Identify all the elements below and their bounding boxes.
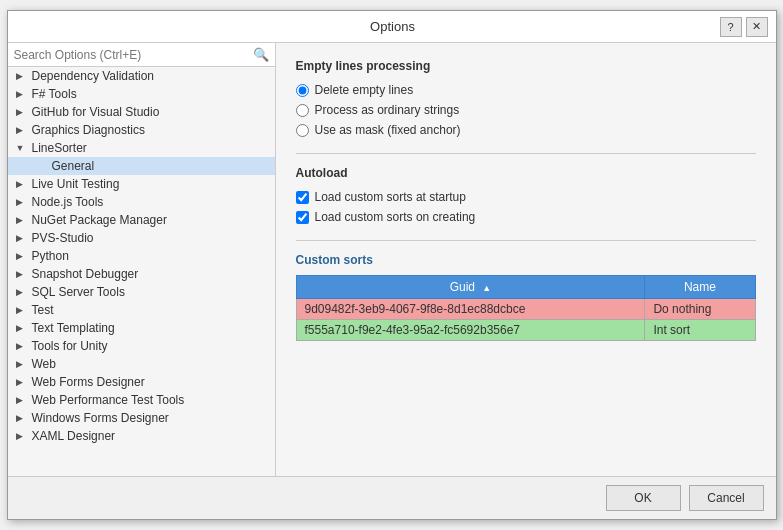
dialog-content: 🔍 ▶Dependency Validation▶F# Tools▶GitHub…: [8, 43, 776, 476]
tree-item-label: NuGet Package Manager: [32, 213, 167, 227]
checkbox-input-0[interactable]: [296, 191, 309, 204]
radio-label-0: Delete empty lines: [315, 83, 414, 97]
options-dialog: Options ? ✕ 🔍 ▶Dependency Validation▶F# …: [7, 10, 777, 520]
tree-item-label: Windows Forms Designer: [32, 411, 169, 425]
checkbox-label-1: Load custom sorts on creating: [315, 210, 476, 224]
col-guid[interactable]: Guid ▲: [296, 276, 645, 299]
tree-item-label: XAML Designer: [32, 429, 116, 443]
tree-item[interactable]: ▶Dependency Validation: [8, 67, 275, 85]
dialog-footer: OK Cancel: [8, 476, 776, 519]
tree-arrow: ▶: [16, 395, 30, 405]
tree-arrow: ▶: [16, 233, 30, 243]
tree-item[interactable]: ▶Graphics Diagnostics: [8, 121, 275, 139]
custom-sorts-section: Custom sorts Guid ▲ Name: [296, 253, 756, 341]
tree-arrow: ▼: [16, 143, 30, 153]
tree-arrow: ▶: [16, 323, 30, 333]
tree-item-label: Dependency Validation: [32, 69, 155, 83]
search-input[interactable]: [14, 48, 249, 62]
ok-button[interactable]: OK: [606, 485, 681, 511]
tree-item[interactable]: ▶Live Unit Testing: [8, 175, 275, 193]
tree-arrow: ▶: [16, 215, 30, 225]
tree-item[interactable]: ▶F# Tools: [8, 85, 275, 103]
radio-label-2: Use as mask (fixed anchor): [315, 123, 461, 137]
tree-arrow: ▶: [16, 377, 30, 387]
tree-item[interactable]: ▼LineSorter: [8, 139, 275, 157]
table-row[interactable]: f555a710-f9e2-4fe3-95a2-fc5692b356e7Int …: [296, 320, 755, 341]
tree-item-label: Web Performance Test Tools: [32, 393, 185, 407]
help-button[interactable]: ?: [720, 17, 742, 37]
tree-arrow: ▶: [16, 197, 30, 207]
title-controls: ? ✕: [720, 17, 768, 37]
col-name[interactable]: Name: [645, 276, 755, 299]
tree-arrow: ▶: [16, 71, 30, 81]
tree-item[interactable]: ▶Snapshot Debugger: [8, 265, 275, 283]
empty-lines-title: Empty lines processing: [296, 59, 756, 73]
tree-item-label: Live Unit Testing: [32, 177, 120, 191]
col-name-label: Name: [684, 280, 716, 294]
tree-item-label: SQL Server Tools: [32, 285, 125, 299]
tree-item-label: Web: [32, 357, 56, 371]
section-divider-1: [296, 153, 756, 154]
tree-item[interactable]: ▶NuGet Package Manager: [8, 211, 275, 229]
tree-item[interactable]: ▶Tools for Unity: [8, 337, 275, 355]
cell-guid: 9d09482f-3eb9-4067-9f8e-8d1ec88dcbce: [296, 299, 645, 320]
radio-input-2[interactable]: [296, 124, 309, 137]
tree-item[interactable]: ▶Node.js Tools: [8, 193, 275, 211]
tree-item-label: Test: [32, 303, 54, 317]
tree-item-label: GitHub for Visual Studio: [32, 105, 160, 119]
tree-arrow: ▶: [16, 179, 30, 189]
radio-group: Delete empty linesProcess as ordinary st…: [296, 83, 756, 137]
custom-sorts-title: Custom sorts: [296, 253, 756, 267]
tree-item[interactable]: General: [8, 157, 275, 175]
tree-item-label: General: [52, 159, 95, 173]
dialog-title: Options: [66, 19, 720, 34]
table-header: Guid ▲ Name: [296, 276, 755, 299]
search-box: 🔍: [8, 43, 275, 67]
tree-item-label: Node.js Tools: [32, 195, 104, 209]
tree-item[interactable]: ▶Test: [8, 301, 275, 319]
search-icon: 🔍: [253, 47, 269, 62]
checkbox-group: Load custom sorts at startupLoad custom …: [296, 190, 756, 224]
tree-item-label: Graphics Diagnostics: [32, 123, 145, 137]
close-button[interactable]: ✕: [746, 17, 768, 37]
cell-name: Int sort: [645, 320, 755, 341]
col-guid-label: Guid: [450, 280, 475, 294]
radio-item: Use as mask (fixed anchor): [296, 123, 756, 137]
tree-item-label: Snapshot Debugger: [32, 267, 139, 281]
tree-item[interactable]: ▶GitHub for Visual Studio: [8, 103, 275, 121]
tree-item-label: Web Forms Designer: [32, 375, 145, 389]
tree-arrow: ▶: [16, 287, 30, 297]
tree-arrow: ▶: [16, 305, 30, 315]
radio-label-1: Process as ordinary strings: [315, 103, 460, 117]
tree-arrow: ▶: [16, 125, 30, 135]
tree-item[interactable]: ▶PVS-Studio: [8, 229, 275, 247]
tree-list[interactable]: ▶Dependency Validation▶F# Tools▶GitHub f…: [8, 67, 275, 476]
cancel-button[interactable]: Cancel: [689, 485, 764, 511]
tree-item[interactable]: ▶Text Templating: [8, 319, 275, 337]
checkbox-item: Load custom sorts at startup: [296, 190, 756, 204]
tree-item[interactable]: ▶Web: [8, 355, 275, 373]
tree-item[interactable]: ▶Python: [8, 247, 275, 265]
tree-arrow: ▶: [16, 359, 30, 369]
tree-arrow: ▶: [16, 269, 30, 279]
tree-arrow: ▶: [16, 89, 30, 99]
checkbox-item: Load custom sorts on creating: [296, 210, 756, 224]
tree-item[interactable]: ▶Web Forms Designer: [8, 373, 275, 391]
checkbox-input-1[interactable]: [296, 211, 309, 224]
table-body: 9d09482f-3eb9-4067-9f8e-8d1ec88dcbceDo n…: [296, 299, 755, 341]
radio-input-1[interactable]: [296, 104, 309, 117]
tree-item-label: Tools for Unity: [32, 339, 108, 353]
tree-arrow: ▶: [16, 107, 30, 117]
tree-item[interactable]: ▶SQL Server Tools: [8, 283, 275, 301]
tree-item[interactable]: ▶XAML Designer: [8, 427, 275, 445]
cell-guid: f555a710-f9e2-4fe3-95a2-fc5692b356e7: [296, 320, 645, 341]
table-row[interactable]: 9d09482f-3eb9-4067-9f8e-8d1ec88dcbceDo n…: [296, 299, 755, 320]
autoload-title: Autoload: [296, 166, 756, 180]
sorts-table: Guid ▲ Name 9d09482f-3eb9-4067-9f8e-8d1e…: [296, 275, 756, 341]
title-bar: Options ? ✕: [8, 11, 776, 43]
radio-input-0[interactable]: [296, 84, 309, 97]
tree-arrow: ▶: [16, 431, 30, 441]
tree-item[interactable]: ▶Web Performance Test Tools: [8, 391, 275, 409]
tree-item[interactable]: ▶Windows Forms Designer: [8, 409, 275, 427]
section-divider-2: [296, 240, 756, 241]
